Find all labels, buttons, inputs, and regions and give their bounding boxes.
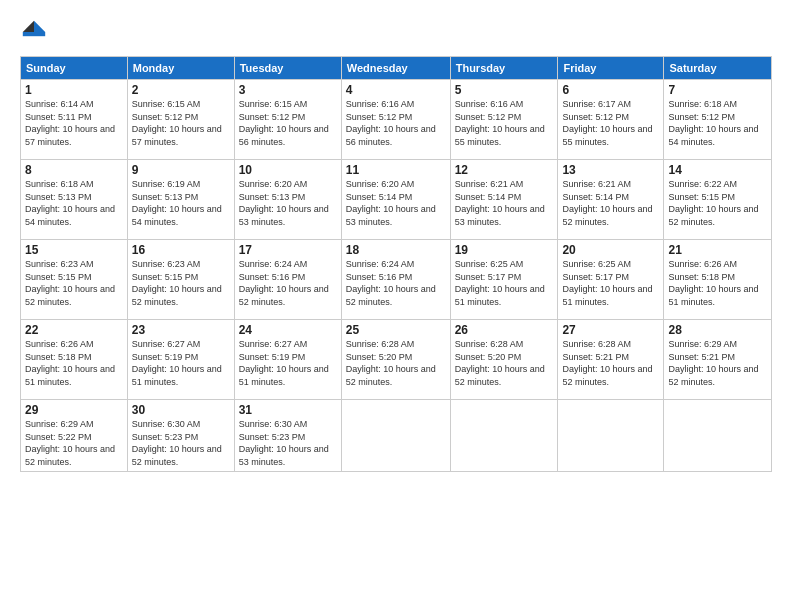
day-info: Sunrise: 6:21 AMSunset: 5:14 PMDaylight:… xyxy=(455,179,545,227)
day-cell-9: 9 Sunrise: 6:19 AMSunset: 5:13 PMDayligh… xyxy=(127,160,234,240)
calendar-body: 1 Sunrise: 6:14 AMSunset: 5:11 PMDayligh… xyxy=(21,80,772,472)
calendar-week-3: 15 Sunrise: 6:23 AMSunset: 5:15 PMDaylig… xyxy=(21,240,772,320)
day-info: Sunrise: 6:21 AMSunset: 5:14 PMDaylight:… xyxy=(562,179,652,227)
day-cell-1: 1 Sunrise: 6:14 AMSunset: 5:11 PMDayligh… xyxy=(21,80,128,160)
calendar-header-row: SundayMondayTuesdayWednesdayThursdayFrid… xyxy=(21,57,772,80)
day-cell-12: 12 Sunrise: 6:21 AMSunset: 5:14 PMDaylig… xyxy=(450,160,558,240)
day-number: 17 xyxy=(239,243,337,257)
day-cell-6: 6 Sunrise: 6:17 AMSunset: 5:12 PMDayligh… xyxy=(558,80,664,160)
day-info: Sunrise: 6:17 AMSunset: 5:12 PMDaylight:… xyxy=(562,99,652,147)
day-info: Sunrise: 6:25 AMSunset: 5:17 PMDaylight:… xyxy=(562,259,652,307)
calendar-header-thursday: Thursday xyxy=(450,57,558,80)
day-info: Sunrise: 6:29 AMSunset: 5:22 PMDaylight:… xyxy=(25,419,115,467)
day-cell-5: 5 Sunrise: 6:16 AMSunset: 5:12 PMDayligh… xyxy=(450,80,558,160)
calendar-header-monday: Monday xyxy=(127,57,234,80)
day-number: 19 xyxy=(455,243,554,257)
day-cell-24: 24 Sunrise: 6:27 AMSunset: 5:19 PMDaylig… xyxy=(234,320,341,400)
day-info: Sunrise: 6:18 AMSunset: 5:12 PMDaylight:… xyxy=(668,99,758,147)
empty-cell xyxy=(558,400,664,472)
day-number: 22 xyxy=(25,323,123,337)
logo xyxy=(20,18,52,46)
calendar-header-friday: Friday xyxy=(558,57,664,80)
day-cell-17: 17 Sunrise: 6:24 AMSunset: 5:16 PMDaylig… xyxy=(234,240,341,320)
day-number: 31 xyxy=(239,403,337,417)
day-info: Sunrise: 6:24 AMSunset: 5:16 PMDaylight:… xyxy=(239,259,329,307)
day-cell-21: 21 Sunrise: 6:26 AMSunset: 5:18 PMDaylig… xyxy=(664,240,772,320)
calendar-week-2: 8 Sunrise: 6:18 AMSunset: 5:13 PMDayligh… xyxy=(21,160,772,240)
calendar-table: SundayMondayTuesdayWednesdayThursdayFrid… xyxy=(20,56,772,472)
day-info: Sunrise: 6:26 AMSunset: 5:18 PMDaylight:… xyxy=(25,339,115,387)
empty-cell xyxy=(664,400,772,472)
day-info: Sunrise: 6:27 AMSunset: 5:19 PMDaylight:… xyxy=(132,339,222,387)
day-info: Sunrise: 6:30 AMSunset: 5:23 PMDaylight:… xyxy=(239,419,329,467)
day-info: Sunrise: 6:28 AMSunset: 5:20 PMDaylight:… xyxy=(455,339,545,387)
day-number: 15 xyxy=(25,243,123,257)
day-number: 16 xyxy=(132,243,230,257)
day-cell-15: 15 Sunrise: 6:23 AMSunset: 5:15 PMDaylig… xyxy=(21,240,128,320)
calendar-header-tuesday: Tuesday xyxy=(234,57,341,80)
calendar-week-4: 22 Sunrise: 6:26 AMSunset: 5:18 PMDaylig… xyxy=(21,320,772,400)
day-number: 21 xyxy=(668,243,767,257)
svg-rect-2 xyxy=(23,32,45,36)
calendar-header-saturday: Saturday xyxy=(664,57,772,80)
day-cell-22: 22 Sunrise: 6:26 AMSunset: 5:18 PMDaylig… xyxy=(21,320,128,400)
day-number: 30 xyxy=(132,403,230,417)
day-number: 2 xyxy=(132,83,230,97)
day-info: Sunrise: 6:23 AMSunset: 5:15 PMDaylight:… xyxy=(25,259,115,307)
day-cell-23: 23 Sunrise: 6:27 AMSunset: 5:19 PMDaylig… xyxy=(127,320,234,400)
day-info: Sunrise: 6:16 AMSunset: 5:12 PMDaylight:… xyxy=(455,99,545,147)
day-cell-28: 28 Sunrise: 6:29 AMSunset: 5:21 PMDaylig… xyxy=(664,320,772,400)
day-number: 23 xyxy=(132,323,230,337)
day-number: 10 xyxy=(239,163,337,177)
day-number: 29 xyxy=(25,403,123,417)
day-info: Sunrise: 6:24 AMSunset: 5:16 PMDaylight:… xyxy=(346,259,436,307)
day-info: Sunrise: 6:20 AMSunset: 5:13 PMDaylight:… xyxy=(239,179,329,227)
day-info: Sunrise: 6:19 AMSunset: 5:13 PMDaylight:… xyxy=(132,179,222,227)
logo-icon xyxy=(20,18,48,46)
day-cell-19: 19 Sunrise: 6:25 AMSunset: 5:17 PMDaylig… xyxy=(450,240,558,320)
calendar-header-wednesday: Wednesday xyxy=(341,57,450,80)
day-cell-7: 7 Sunrise: 6:18 AMSunset: 5:12 PMDayligh… xyxy=(664,80,772,160)
day-number: 12 xyxy=(455,163,554,177)
empty-cell xyxy=(341,400,450,472)
day-info: Sunrise: 6:15 AMSunset: 5:12 PMDaylight:… xyxy=(239,99,329,147)
day-number: 28 xyxy=(668,323,767,337)
empty-cell xyxy=(450,400,558,472)
day-info: Sunrise: 6:23 AMSunset: 5:15 PMDaylight:… xyxy=(132,259,222,307)
calendar-week-5: 29 Sunrise: 6:29 AMSunset: 5:22 PMDaylig… xyxy=(21,400,772,472)
day-info: Sunrise: 6:26 AMSunset: 5:18 PMDaylight:… xyxy=(668,259,758,307)
day-info: Sunrise: 6:28 AMSunset: 5:20 PMDaylight:… xyxy=(346,339,436,387)
day-cell-18: 18 Sunrise: 6:24 AMSunset: 5:16 PMDaylig… xyxy=(341,240,450,320)
day-cell-4: 4 Sunrise: 6:16 AMSunset: 5:12 PMDayligh… xyxy=(341,80,450,160)
day-info: Sunrise: 6:29 AMSunset: 5:21 PMDaylight:… xyxy=(668,339,758,387)
day-cell-2: 2 Sunrise: 6:15 AMSunset: 5:12 PMDayligh… xyxy=(127,80,234,160)
day-number: 3 xyxy=(239,83,337,97)
svg-marker-1 xyxy=(23,21,34,32)
day-number: 7 xyxy=(668,83,767,97)
calendar-week-1: 1 Sunrise: 6:14 AMSunset: 5:11 PMDayligh… xyxy=(21,80,772,160)
day-info: Sunrise: 6:16 AMSunset: 5:12 PMDaylight:… xyxy=(346,99,436,147)
day-cell-20: 20 Sunrise: 6:25 AMSunset: 5:17 PMDaylig… xyxy=(558,240,664,320)
day-info: Sunrise: 6:14 AMSunset: 5:11 PMDaylight:… xyxy=(25,99,115,147)
day-cell-31: 31 Sunrise: 6:30 AMSunset: 5:23 PMDaylig… xyxy=(234,400,341,472)
day-cell-25: 25 Sunrise: 6:28 AMSunset: 5:20 PMDaylig… xyxy=(341,320,450,400)
day-info: Sunrise: 6:27 AMSunset: 5:19 PMDaylight:… xyxy=(239,339,329,387)
day-cell-11: 11 Sunrise: 6:20 AMSunset: 5:14 PMDaylig… xyxy=(341,160,450,240)
day-info: Sunrise: 6:15 AMSunset: 5:12 PMDaylight:… xyxy=(132,99,222,147)
day-cell-27: 27 Sunrise: 6:28 AMSunset: 5:21 PMDaylig… xyxy=(558,320,664,400)
day-info: Sunrise: 6:28 AMSunset: 5:21 PMDaylight:… xyxy=(562,339,652,387)
day-number: 4 xyxy=(346,83,446,97)
day-number: 1 xyxy=(25,83,123,97)
day-number: 20 xyxy=(562,243,659,257)
day-cell-3: 3 Sunrise: 6:15 AMSunset: 5:12 PMDayligh… xyxy=(234,80,341,160)
day-info: Sunrise: 6:25 AMSunset: 5:17 PMDaylight:… xyxy=(455,259,545,307)
day-cell-16: 16 Sunrise: 6:23 AMSunset: 5:15 PMDaylig… xyxy=(127,240,234,320)
day-number: 13 xyxy=(562,163,659,177)
day-info: Sunrise: 6:22 AMSunset: 5:15 PMDaylight:… xyxy=(668,179,758,227)
day-number: 6 xyxy=(562,83,659,97)
day-cell-13: 13 Sunrise: 6:21 AMSunset: 5:14 PMDaylig… xyxy=(558,160,664,240)
day-info: Sunrise: 6:18 AMSunset: 5:13 PMDaylight:… xyxy=(25,179,115,227)
day-cell-29: 29 Sunrise: 6:29 AMSunset: 5:22 PMDaylig… xyxy=(21,400,128,472)
header xyxy=(20,18,772,46)
day-cell-26: 26 Sunrise: 6:28 AMSunset: 5:20 PMDaylig… xyxy=(450,320,558,400)
